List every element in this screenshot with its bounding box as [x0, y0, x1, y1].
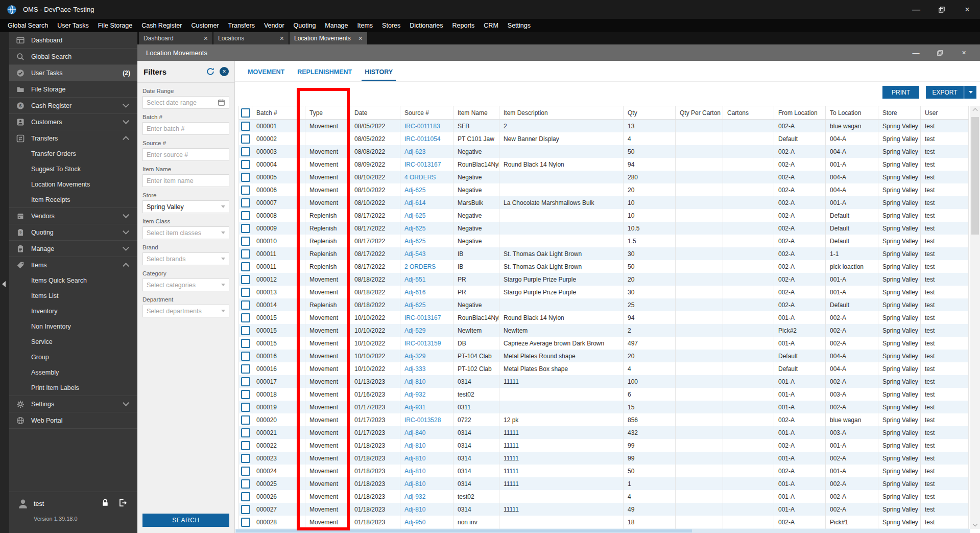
- source-link[interactable]: Adj-840: [404, 429, 425, 436]
- table-row[interactable]: 000016Movement10/10/2022Adj-333PT-102 Cl…: [238, 362, 969, 375]
- table-row[interactable]: 000011Replenish08/17/2022Adj-543IBSt. Th…: [238, 247, 969, 260]
- row-checkbox[interactable]: [241, 428, 250, 437]
- source-link[interactable]: Adj-625: [404, 187, 425, 194]
- row-checkbox[interactable]: [241, 415, 250, 425]
- sidebar-item-vendors[interactable]: Vendors: [9, 207, 137, 224]
- sidebar-item-item-receipts[interactable]: Item Receipts: [9, 192, 137, 207]
- source-link[interactable]: IRC-0013528: [404, 416, 441, 424]
- row-checkbox[interactable]: [241, 441, 250, 450]
- source-link[interactable]: Adj-810: [404, 442, 425, 449]
- sidebar-item-items-list[interactable]: Items List: [9, 288, 137, 304]
- row-checkbox[interactable]: [241, 173, 250, 182]
- row-checkbox[interactable]: [241, 288, 250, 297]
- source-link[interactable]: Adj-625: [404, 238, 425, 245]
- window-restore-button[interactable]: [929, 0, 954, 19]
- window-close-button[interactable]: ×: [954, 0, 980, 19]
- column-header-item-description[interactable]: Item Description: [499, 106, 624, 119]
- calendar-icon[interactable]: [218, 99, 225, 106]
- menu-item-customer[interactable]: Customer: [186, 22, 223, 29]
- table-row[interactable]: 000003Movement08/08/2022Adj-623Negative5…: [238, 145, 969, 158]
- source-link[interactable]: Adj-529: [404, 327, 425, 334]
- close-tab-icon[interactable]: ×: [358, 35, 363, 42]
- table-row[interactable]: 000011Replenish08/17/20222 ORDERSIBSt. T…: [238, 260, 969, 273]
- source-link[interactable]: Adj-950: [404, 519, 425, 526]
- source-link[interactable]: Adj-543: [404, 250, 425, 258]
- department-select[interactable]: Select departments: [142, 305, 229, 317]
- sidebar-item-cash-register[interactable]: $Cash Register: [9, 97, 137, 113]
- row-checkbox[interactable]: [241, 249, 250, 259]
- menu-item-quoting[interactable]: Quoting: [289, 22, 321, 29]
- item-name-input[interactable]: Enter item name: [142, 174, 229, 187]
- column-header-user[interactable]: User: [921, 106, 969, 119]
- sidebar-item-customers[interactable]: Customers: [9, 113, 137, 130]
- sidebar-item-items[interactable]: Items: [9, 257, 137, 273]
- collapse-sidebar-icon[interactable]: [2, 281, 6, 287]
- row-checkbox[interactable]: [241, 262, 250, 271]
- row-checkbox[interactable]: [241, 186, 250, 195]
- column-header-from-location[interactable]: From Location: [774, 106, 826, 119]
- menu-item-items[interactable]: Items: [353, 22, 378, 29]
- source-link[interactable]: Adj-810: [404, 506, 425, 513]
- table-row[interactable]: 000008Replenish08/17/2022Adj-625Negative…: [238, 209, 969, 222]
- sidebar-item-user-tasks[interactable]: User Tasks(2): [9, 64, 137, 81]
- table-row[interactable]: 000025Movement01/18/2023Adj-810031411111…: [238, 477, 969, 490]
- row-checkbox[interactable]: [241, 479, 250, 489]
- sidebar-item-settings[interactable]: Settings: [9, 396, 137, 412]
- search-button[interactable]: SEARCH: [142, 514, 229, 527]
- table-row[interactable]: 000015Movement10/10/2022Adj-529NewItemNe…: [238, 324, 969, 337]
- source-link[interactable]: IRC-0013159: [404, 340, 441, 347]
- menu-item-dictionaries[interactable]: Dictionaries: [405, 22, 447, 29]
- refresh-filters-icon[interactable]: [206, 67, 215, 76]
- source-link[interactable]: IRC-0011054: [404, 135, 441, 143]
- row-checkbox[interactable]: [241, 147, 250, 156]
- table-row[interactable]: 000017Movement01/13/2023Adj-810031411111…: [238, 375, 969, 388]
- table-row[interactable]: 000023Movement01/18/2023Adj-810031411111…: [238, 452, 969, 465]
- menu-item-global-search[interactable]: Global Search: [3, 22, 53, 29]
- source-link[interactable]: Adj-329: [404, 353, 425, 360]
- source-link[interactable]: IRC-0013167: [404, 314, 441, 321]
- table-row[interactable]: 000021Movement01/17/2023Adj-840031411111…: [238, 426, 969, 439]
- table-row[interactable]: 000001Movement08/05/2022IRC-0011183SFB21…: [238, 120, 969, 132]
- source-link[interactable]: Adj-614: [404, 199, 425, 206]
- row-checkbox[interactable]: [241, 467, 250, 476]
- row-checkbox[interactable]: [241, 211, 250, 220]
- close-tab-icon[interactable]: ×: [280, 35, 284, 42]
- menu-item-manage[interactable]: Manage: [320, 22, 352, 29]
- table-row[interactable]: 00000208/05/2022IRC-0011054PT C101 JawNe…: [238, 132, 969, 145]
- inner-minimize-button[interactable]: —: [904, 44, 928, 61]
- date-range-input[interactable]: Select date range: [142, 96, 229, 109]
- source-link[interactable]: Adj-932: [404, 493, 425, 500]
- table-row[interactable]: 000014Replenish08/18/2022Adj-625Negative…: [238, 298, 969, 311]
- menu-item-file-storage[interactable]: File Storage: [93, 22, 137, 29]
- scroll-up-icon[interactable]: [970, 106, 980, 114]
- column-header-date[interactable]: Date: [350, 106, 400, 119]
- table-row[interactable]: 000012Movement08/18/2022Adj-551PRStargo …: [238, 273, 969, 286]
- column-header-cartons[interactable]: Cartons: [723, 106, 774, 119]
- category-select[interactable]: Select categories: [142, 279, 229, 291]
- row-checkbox[interactable]: [241, 122, 250, 131]
- table-row[interactable]: 000005Movement08/10/20224 ORDERSNegative…: [238, 171, 969, 183]
- row-checkbox[interactable]: [241, 492, 250, 501]
- store-select[interactable]: Spring Valley: [142, 200, 229, 213]
- row-checkbox[interactable]: [241, 237, 250, 246]
- inner-restore-button[interactable]: [928, 44, 952, 61]
- horizontal-scrollbar-thumb[interactable]: [236, 529, 692, 532]
- column-header-source[interactable]: Source #: [400, 106, 453, 119]
- sidebar-item-quoting[interactable]: ?Quoting: [9, 224, 137, 240]
- column-header-qty[interactable]: Qty: [624, 106, 676, 119]
- doc-tab-locations[interactable]: Locations×: [213, 32, 289, 44]
- column-header-qty-per-carton[interactable]: Qty Per Carton: [676, 106, 723, 119]
- row-checkbox[interactable]: [241, 198, 250, 207]
- sidebar-item-manage[interactable]: Manage: [9, 240, 137, 257]
- table-row[interactable]: 000028Movement01/18/2023Adj-950non inv18…: [238, 516, 969, 528]
- sidebar-collapse-rail[interactable]: [0, 32, 9, 533]
- row-checkbox[interactable]: [241, 364, 250, 374]
- tab-history[interactable]: HISTORY: [362, 62, 396, 81]
- export-button[interactable]: EXPORT: [926, 86, 964, 99]
- row-checkbox[interactable]: [241, 518, 250, 527]
- row-checkbox[interactable]: [241, 224, 250, 233]
- menu-item-cash-register[interactable]: Cash Register: [137, 22, 186, 29]
- sidebar-item-items-quick-search[interactable]: Items Quick Search: [9, 273, 137, 288]
- table-row[interactable]: 000020Movement01/17/2023IRC-001352807221…: [238, 413, 969, 426]
- row-checkbox[interactable]: [241, 313, 250, 322]
